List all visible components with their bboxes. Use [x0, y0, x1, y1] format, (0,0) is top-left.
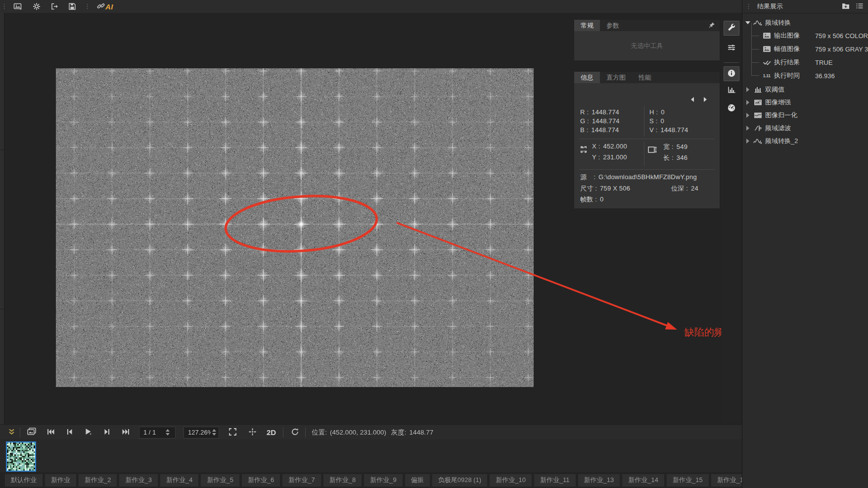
- image-enhance-icon: [753, 99, 762, 106]
- tree-node-image-normalize[interactable]: 图像归一化: [742, 109, 868, 122]
- play-button[interactable]: [82, 427, 94, 439]
- tab-general[interactable]: 常规: [574, 20, 600, 31]
- job-tab[interactable]: 新作业_7: [282, 474, 320, 487]
- link-icon: [97, 2, 105, 11]
- pin-icon: [708, 23, 715, 30]
- job-tab[interactable]: 新作业_6: [242, 474, 280, 487]
- save-button[interactable]: [66, 1, 78, 12]
- ai-assistant-button[interactable]: AI: [97, 1, 113, 12]
- tree-node-image-enhance[interactable]: 图像增强: [742, 96, 868, 109]
- expand-closed-icon[interactable]: [745, 113, 750, 118]
- tree-item-magnitude-image[interactable]: 幅值图像 759 x 506 GRAY 32: [742, 43, 868, 55]
- job-tab[interactable]: 新作业_11: [534, 474, 576, 487]
- tree-item-exec-time[interactable]: 1.11 执行时间 36.936: [742, 69, 868, 82]
- zoom-control: [183, 427, 219, 439]
- settings-button[interactable]: [31, 1, 43, 12]
- performance-gauge-button[interactable]: [724, 101, 739, 116]
- image-info-panel: 信息 直方图 性能 R :1448.774 G :1448.774 B :144…: [574, 72, 720, 208]
- panel-grip-icon: [745, 0, 750, 13]
- job-tab[interactable]: 新作业_5: [201, 474, 239, 487]
- tree-node-dual-threshold[interactable]: 双阈值: [742, 83, 868, 96]
- job-tab[interactable]: 新作业_8: [323, 474, 362, 487]
- job-tab[interactable]: 新作业_3: [119, 474, 157, 487]
- folder-plus-icon: [842, 2, 850, 11]
- last-frame-button[interactable]: [119, 427, 132, 439]
- double-chevron-down-icon: [8, 428, 15, 437]
- mode-2d-button[interactable]: 2D: [264, 428, 279, 437]
- job-tab[interactable]: 默认作业: [5, 474, 43, 487]
- wrench-icon: [728, 23, 736, 33]
- job-tab[interactable]: 新作业_13: [578, 474, 620, 487]
- job-tab[interactable]: 负极尾0928 (1): [432, 474, 487, 487]
- pixel-s: S :0: [649, 117, 664, 125]
- zoom-spinner[interactable]: [211, 429, 218, 436]
- tree-node-freq-transform[interactable]: 频域转换: [742, 16, 868, 29]
- job-tab[interactable]: 新作业_10: [490, 474, 532, 487]
- tab-info[interactable]: 信息: [574, 72, 600, 83]
- save-icon: [68, 2, 76, 10]
- previous-frame-button[interactable]: [63, 427, 76, 439]
- tree-node-freq-filter[interactable]: 频域滤波: [742, 122, 868, 135]
- info-prev-button[interactable]: [689, 97, 696, 102]
- info-button[interactable]: [724, 66, 739, 81]
- spin-up-icon: [212, 429, 216, 432]
- job-tab[interactable]: 新作业: [45, 474, 76, 487]
- job-tab[interactable]: 新作业_14: [622, 474, 664, 487]
- expand-closed-icon[interactable]: [745, 126, 750, 131]
- collapse-toolbar-button[interactable]: [5, 427, 18, 439]
- gear-icon: [33, 2, 41, 10]
- adjustments-button[interactable]: [724, 41, 739, 55]
- divider: [579, 139, 715, 139]
- job-tab[interactable]: 新作业_2: [79, 474, 117, 487]
- jobs-tab-bar: 默认作业 新作业 新作业_2 新作业_3 新作业_4 新作业_5 新作业_6 新…: [0, 472, 742, 488]
- refresh-button[interactable]: [288, 427, 301, 439]
- tab-parameters[interactable]: 参数: [600, 20, 626, 31]
- zoom-input[interactable]: [188, 429, 211, 436]
- export-button[interactable]: [48, 1, 60, 12]
- tree-item-output-image[interactable]: 输出图像 759 x 506 COLOR 3: [742, 29, 868, 42]
- job-tab[interactable]: 新作业_15: [667, 474, 709, 487]
- threshold-histogram-icon: [753, 86, 762, 93]
- divider: [644, 106, 644, 137]
- job-tab[interactable]: 偏振: [405, 474, 430, 487]
- tab-histogram[interactable]: 直方图: [600, 72, 632, 83]
- add-folder-button[interactable]: [841, 2, 851, 11]
- strip-divider: [724, 62, 739, 63]
- fit-view-button[interactable]: [226, 427, 239, 439]
- tab-performance[interactable]: 性能: [632, 72, 658, 83]
- expand-closed-icon[interactable]: [745, 100, 750, 105]
- tool-config-panel: 常规 参数 无选中工具: [574, 20, 720, 60]
- no-tool-text: 无选中工具: [574, 31, 720, 60]
- fit-view-icon: [228, 428, 237, 438]
- job-tab[interactable]: 新作业_9: [364, 474, 402, 487]
- tree-item-exec-result[interactable]: 执行结果 TRUE: [742, 56, 868, 69]
- previous-frame-icon: [66, 428, 73, 437]
- center-view-button[interactable]: [246, 427, 259, 439]
- position-label: 位置:: [312, 429, 327, 436]
- expand-open-icon[interactable]: [745, 21, 750, 24]
- histogram-button[interactable]: [724, 83, 739, 98]
- first-frame-button[interactable]: [44, 427, 57, 439]
- next-frame-button[interactable]: [100, 427, 113, 439]
- fft-image[interactable]: [56, 68, 534, 387]
- pin-button[interactable]: [708, 22, 716, 30]
- expand-closed-icon[interactable]: [745, 87, 750, 92]
- job-tab[interactable]: 新作业_4: [160, 474, 198, 487]
- list-icon: [856, 2, 864, 11]
- image-normalize-icon: [753, 112, 762, 119]
- info-next-button[interactable]: [702, 97, 709, 102]
- image-source-button[interactable]: [12, 1, 24, 12]
- thumbnail-image[interactable]: [6, 441, 36, 472]
- frame-counter: [139, 427, 176, 439]
- tree-node-freq-transform-2[interactable]: 频域转换_2: [742, 135, 868, 147]
- list-view-button[interactable]: [855, 2, 865, 11]
- tools-button[interactable]: [724, 21, 739, 36]
- expand-closed-icon[interactable]: [745, 139, 750, 144]
- rail-divider: [0, 309, 3, 309]
- image-list-button[interactable]: [25, 427, 38, 439]
- double-check-icon: [762, 59, 771, 66]
- left-rail: [0, 13, 4, 472]
- frame-spinner[interactable]: [164, 429, 171, 436]
- frame-input[interactable]: [143, 429, 164, 436]
- left-arrow-icon: [691, 97, 694, 102]
